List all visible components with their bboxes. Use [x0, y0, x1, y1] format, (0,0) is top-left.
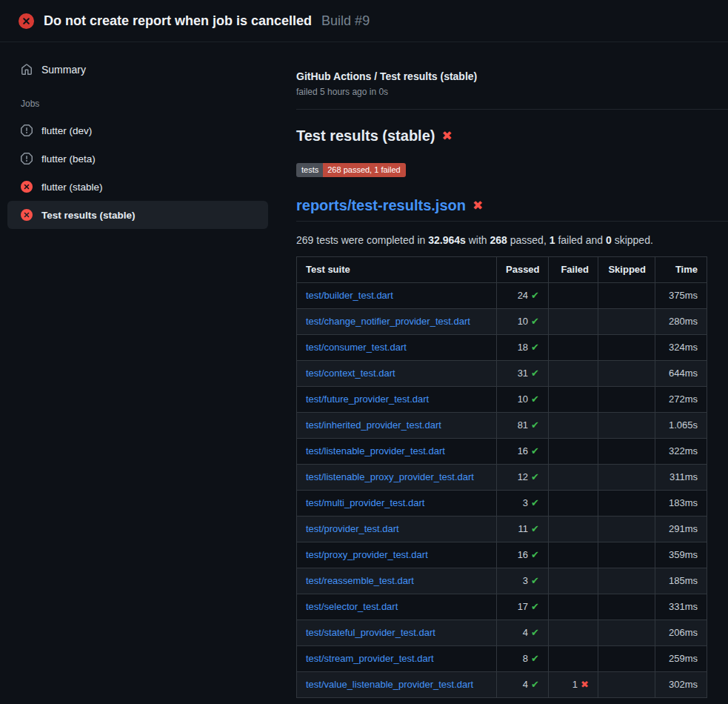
build-number: Build #9 — [321, 13, 370, 29]
suite-link[interactable]: test/listenable_proxy_provider_test.dart — [306, 471, 474, 482]
badge-value: 268 passed, 1 failed — [323, 163, 405, 177]
time-cell: 259ms — [655, 646, 707, 672]
failed-cell — [549, 491, 598, 517]
suite-link[interactable]: test/builder_test.dart — [306, 290, 393, 301]
jobs-sidebar: Summary Jobs flutter (dev)flutter (beta)… — [0, 42, 281, 229]
passed-cell: 10✔ — [497, 309, 549, 335]
job-label: flutter (stable) — [41, 182, 103, 193]
cancelled-icon — [21, 153, 33, 165]
summary-suffix: skipped. — [612, 234, 653, 246]
report-file-link[interactable]: reports/test-results.json — [296, 197, 466, 214]
time-cell: 302ms — [655, 672, 707, 698]
count-value: 17 — [518, 601, 528, 612]
count-value: 24 — [518, 290, 528, 301]
summary-skipped-count: 0 — [606, 234, 612, 246]
time-cell: 272ms — [655, 387, 707, 413]
failed-cell — [549, 387, 598, 413]
time-cell: 183ms — [655, 491, 707, 517]
table-row: test/provider_test.dart11✔291ms — [297, 517, 707, 542]
suite-link[interactable]: test/stream_provider_test.dart — [306, 653, 434, 664]
suite-cell: test/value_listenable_provider_test.dart — [297, 672, 497, 698]
passed-cell: 81✔ — [497, 413, 549, 439]
suite-link[interactable]: test/change_notifier_provider_test.dart — [306, 316, 470, 327]
sidebar-job-item[interactable]: flutter (dev) — [7, 116, 268, 145]
time-cell: 375ms — [655, 283, 707, 309]
sidebar-job-item[interactable]: flutter (stable) — [7, 173, 268, 201]
skipped-cell — [598, 517, 655, 542]
count-value: 4 — [523, 627, 528, 638]
passed-cell: 17✔ — [497, 594, 549, 620]
failed-cell — [549, 465, 598, 491]
suite-link[interactable]: test/stateful_provider_test.dart — [306, 627, 435, 638]
summary-duration: 32.964s — [428, 234, 466, 246]
passed-cell: 31✔ — [497, 361, 549, 387]
suite-link[interactable]: test/value_listenable_provider_test.dart — [306, 679, 473, 690]
skipped-cell — [598, 335, 655, 361]
check-icon: ✔ — [531, 575, 539, 586]
time-cell: 291ms — [655, 517, 707, 542]
suite-link[interactable]: test/consumer_test.dart — [306, 342, 407, 353]
suite-link[interactable]: test/multi_provider_test.dart — [306, 497, 424, 508]
count-value: 18 — [518, 342, 528, 353]
run-title-text: Do not create report when job is cancell… — [44, 13, 312, 29]
failed-icon — [21, 209, 33, 221]
sidebar-job-item[interactable]: Test results (stable) — [7, 201, 268, 229]
suite-cell: test/listenable_proxy_provider_test.dart — [297, 465, 497, 491]
skipped-cell — [598, 568, 655, 594]
suite-link[interactable]: test/future_provider_test.dart — [306, 393, 429, 405]
passed-cell: 4✔ — [497, 620, 549, 646]
skipped-cell — [598, 439, 655, 465]
check-icon: ✔ — [531, 368, 539, 379]
suite-cell: test/inherited_provider_test.dart — [297, 413, 497, 439]
skipped-cell — [598, 594, 655, 620]
suite-link[interactable]: test/provider_test.dart — [306, 523, 399, 534]
check-icon: ✔ — [531, 653, 539, 664]
results-table-body: test/builder_test.dart24✔375mstest/chang… — [297, 283, 707, 698]
failed-x-icon: ✖ — [472, 199, 483, 212]
jobs-section-label: Jobs — [7, 82, 268, 116]
time-cell: 359ms — [655, 542, 707, 568]
table-row: test/context_test.dart31✔644ms — [297, 361, 707, 387]
summary-prefix: 269 tests were completed in — [296, 234, 428, 246]
summary-label: Summary — [41, 64, 86, 76]
suite-link[interactable]: test/selector_test.dart — [306, 601, 398, 612]
suite-cell: test/stream_provider_test.dart — [297, 646, 497, 672]
breadcrumb: GitHub Actions / Test results (stable) — [296, 70, 728, 82]
table-header-row: Test suite Passed Failed Skipped Time — [297, 257, 707, 283]
check-icon: ✔ — [531, 523, 539, 534]
suite-link[interactable]: test/listenable_provider_test.dart — [306, 445, 445, 456]
job-label: Test results (stable) — [41, 210, 136, 221]
suite-cell: test/provider_test.dart — [297, 517, 497, 542]
table-row: test/value_listenable_provider_test.dart… — [297, 672, 707, 698]
skipped-cell — [598, 309, 655, 335]
count-value: 31 — [518, 368, 528, 379]
skipped-cell — [598, 646, 655, 672]
sidebar-job-item[interactable]: flutter (beta) — [7, 145, 268, 173]
header-time: Time — [655, 257, 707, 283]
passed-cell: 8✔ — [497, 646, 549, 672]
time-cell: 311ms — [655, 465, 707, 491]
count-value: 3 — [523, 575, 528, 586]
skipped-cell — [598, 413, 655, 439]
check-icon: ✔ — [531, 601, 539, 612]
skipped-cell — [598, 620, 655, 646]
skipped-cell — [598, 283, 655, 309]
header-failed: Failed — [549, 257, 598, 283]
job-label: flutter (beta) — [41, 153, 96, 165]
failed-cell — [549, 283, 598, 309]
suite-cell: test/change_notifier_provider_test.dart — [297, 309, 497, 335]
table-row: test/proxy_provider_test.dart16✔359ms — [297, 542, 707, 568]
passed-cell: 11✔ — [497, 517, 549, 542]
suite-link[interactable]: test/inherited_provider_test.dart — [306, 419, 441, 431]
sidebar-item-summary[interactable]: Summary — [7, 57, 268, 82]
table-row: test/selector_test.dart17✔331ms — [297, 594, 707, 620]
check-icon: ✔ — [531, 290, 539, 301]
suite-link[interactable]: test/proxy_provider_test.dart — [306, 549, 428, 560]
suite-link[interactable]: test/reassemble_test.dart — [306, 575, 414, 586]
table-row: test/stream_provider_test.dart8✔259ms — [297, 646, 707, 672]
table-row: test/inherited_provider_test.dart81✔1.06… — [297, 413, 707, 439]
suite-link[interactable]: test/context_test.dart — [306, 368, 395, 379]
passed-cell: 3✔ — [497, 491, 549, 517]
failed-cell — [549, 646, 598, 672]
table-row: test/multi_provider_test.dart3✔183ms — [297, 491, 707, 517]
